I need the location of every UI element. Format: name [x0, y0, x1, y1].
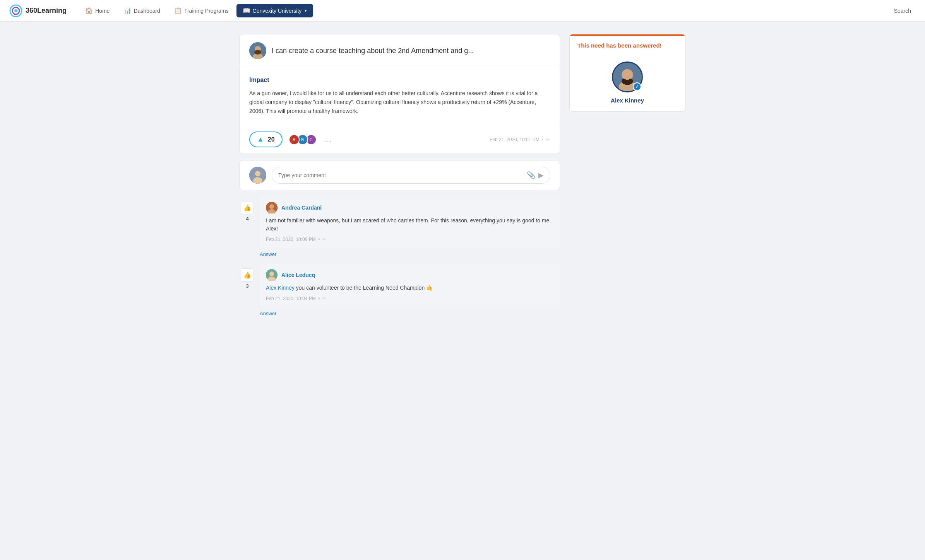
answerer-badge: ✓	[633, 82, 641, 91]
nav-items: 🏠 Home 📊 Dashboard 📋 Training Programs 📖…	[79, 4, 889, 17]
edit-icon[interactable]: ✏	[546, 137, 550, 143]
current-user-avatar	[249, 167, 266, 184]
author-avatar-image	[249, 42, 266, 59]
nav-convexity[interactable]: 📖 Convexity University ▾	[236, 4, 313, 17]
more-voters-icon[interactable]: ...	[324, 135, 332, 143]
comment-author-avatar-2	[266, 269, 278, 281]
impact-text: As a gun owner, I would like for us to a…	[249, 89, 550, 116]
navbar: 360Learning 🏠 Home 📊 Dashboard 📋 Trainin…	[0, 0, 925, 22]
nav-convexity-label: Convexity University	[253, 8, 302, 14]
user-avatar-image	[249, 167, 266, 184]
main-layout: I can create a course teaching about the…	[230, 22, 695, 329]
answer-link-1[interactable]: Answer	[260, 251, 276, 257]
comment-mention-2[interactable]: Alex Kinney	[266, 285, 295, 291]
comment-bubble-1: Andrea Cardani I am not familiar with we…	[260, 196, 560, 248]
dashboard-icon: 📊	[123, 7, 131, 14]
comment-input[interactable]	[278, 172, 524, 178]
vote-count: 20	[268, 136, 275, 143]
comment-author-row-1: Andrea Cardani	[266, 202, 554, 213]
nav-training-label: Training Programs	[184, 8, 229, 14]
comment-author-name-2: Alice Leducq	[281, 272, 315, 278]
chevron-down-icon: ▾	[305, 8, 307, 13]
nav-dashboard-label: Dashboard	[134, 8, 160, 14]
comment-like-1: 👍 4	[240, 201, 255, 222]
answerer-section: ✓ Alex Kinney	[570, 54, 685, 111]
answer-link-2[interactable]: Answer	[260, 311, 276, 316]
voter-avatar-1: A	[289, 134, 300, 145]
comment-text-body-2: you can volunteer to be the Learning Nee…	[295, 285, 433, 291]
comment-edit-icon-2[interactable]: ✏	[322, 296, 326, 301]
nav-dashboard[interactable]: 📊 Dashboard	[117, 4, 166, 17]
post-timestamp: Feb 21, 2020, 10:01 PM	[490, 137, 540, 142]
need-answered-card: This need has been answered!	[569, 34, 685, 112]
comment-input-wrap: 📎 ▶	[272, 167, 550, 184]
commenter-2-image	[266, 269, 278, 281]
impact-label: Impact	[249, 77, 550, 84]
content-left: I can create a course teaching about the…	[240, 34, 560, 317]
answerer-name: Alex Kinney	[611, 97, 644, 104]
comment-author-row-2: Alice Leducq	[266, 269, 554, 281]
comment-text-1: I am not familiar with weapons, but I am…	[266, 217, 554, 233]
post-footer: ▲ 20 A B C ... Feb 21, 2020, 10:01 PM • …	[240, 125, 560, 154]
svg-point-20	[622, 70, 632, 80]
answerer-avatar-wrap: ✓	[612, 61, 643, 92]
like-count-1: 4	[246, 216, 248, 222]
training-icon: 📋	[174, 7, 182, 14]
comment-row: 👍 4 Andrea C	[240, 196, 560, 258]
comment-author-name-1: Andrea Cardani	[281, 205, 322, 211]
post-body: Impact As a gun owner, I would like for …	[240, 67, 560, 125]
commenter-1-image	[266, 202, 278, 213]
comment-footer-2: Feb 21, 2020, 10:04 PM • ✏	[266, 295, 554, 302]
comment-footer-1: Feb 21, 2020, 10:08 PM • ✏	[266, 236, 554, 243]
logo-text: 360Learning	[26, 7, 67, 15]
svg-point-14	[269, 271, 274, 276]
nav-training[interactable]: 📋 Training Programs	[168, 4, 235, 17]
comment-bubble-2: Alice Leducq Alex Kinney you can volunte…	[260, 264, 560, 307]
post-header: I can create a course teaching about the…	[240, 34, 560, 67]
comment-row-2: 👍 3 Alice Le	[240, 264, 560, 317]
comment-edit-icon-1[interactable]: ✏	[322, 237, 326, 242]
upvote-icon: ▲	[257, 135, 264, 143]
comment-time-1: Feb 21, 2020, 10:08 PM	[266, 237, 316, 242]
badge-check-icon: ✓	[635, 84, 639, 89]
need-answered-text: This need has been answered!	[577, 42, 662, 49]
svg-point-6	[254, 50, 261, 55]
svg-point-11	[269, 204, 274, 209]
attach-icon[interactable]: 📎	[527, 171, 535, 179]
post-author-avatar	[249, 42, 266, 59]
comment-text-2: Alex Kinney you can volunteer to be the …	[266, 284, 554, 292]
nav-home-label: Home	[95, 8, 110, 14]
nav-home[interactable]: 🏠 Home	[79, 4, 116, 17]
logo[interactable]: 360Learning	[9, 4, 67, 17]
home-icon: 🏠	[85, 7, 93, 14]
comments-list: 👍 4 Andrea C	[240, 196, 560, 317]
comment-like-2: 👍 3	[240, 268, 255, 289]
send-icon[interactable]: ▶	[538, 171, 544, 179]
post-card: I can create a course teaching about the…	[240, 34, 560, 154]
post-title: I can create a course teaching about the…	[272, 47, 474, 55]
meta-separator: •	[542, 137, 543, 142]
convexity-icon: 📖	[243, 7, 250, 14]
search-button[interactable]: Search	[889, 5, 916, 17]
like-button-2[interactable]: 👍	[241, 268, 254, 282]
voter-avatars: A B C	[289, 134, 317, 145]
need-answered-banner: This need has been answered!	[570, 34, 685, 54]
vote-button[interactable]: ▲ 20	[249, 131, 283, 147]
post-meta: Feb 21, 2020, 10:01 PM • ✏	[490, 137, 550, 143]
comment-input-area: 📎 ▶	[240, 160, 560, 190]
like-button-1[interactable]: 👍	[241, 201, 254, 214]
comment-time-2: Feb 21, 2020, 10:04 PM	[266, 296, 316, 301]
like-count-2: 3	[246, 283, 248, 289]
comment-author-avatar-1	[266, 202, 278, 213]
svg-point-2	[14, 9, 17, 12]
search-label: Search	[894, 8, 911, 14]
sidebar-right: This need has been answered!	[569, 34, 685, 112]
svg-point-8	[255, 171, 260, 176]
logo-icon	[9, 4, 22, 17]
